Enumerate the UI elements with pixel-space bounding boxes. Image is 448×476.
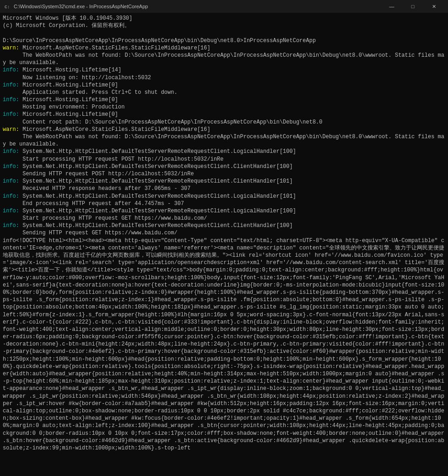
console-line: info: System.Net.Http.HttpClient.Default… bbox=[3, 207, 445, 215]
close-button[interactable]: ✕ bbox=[423, 0, 444, 13]
console-line: info: System.Net.Http.HttpClient.Default… bbox=[3, 178, 445, 185]
console-line: The WebRootPath was not found: D:\Source… bbox=[3, 52, 445, 66]
window-controls: — □ ✕ bbox=[381, 0, 444, 13]
console-line: info: Microsoft.Hosting.Lifetime[0] bbox=[3, 81, 445, 89]
console-line: warn: Microsoft.AspNetCore.StaticFiles.S… bbox=[3, 44, 445, 52]
console-line: End processing HTTP request after 44.745… bbox=[3, 200, 445, 207]
console-line: The WebRootPath was not found: D:\Source… bbox=[3, 133, 445, 148]
console-line: info: System.Net.Http.HttpClient.Default… bbox=[3, 148, 445, 155]
console-line-response: info<!DOCTYPE html><html><head><meta htt… bbox=[3, 237, 445, 452]
cmd-icon: C: bbox=[4, 3, 11, 10]
svg-text:C:: C: bbox=[5, 5, 10, 10]
minimize-button[interactable]: — bbox=[381, 0, 402, 13]
console-line: Hosting environment: Production bbox=[3, 103, 445, 111]
console-line: Microsoft Windows [版本 10.0.19045.3930] bbox=[3, 15, 445, 22]
console-line: info: Microsoft.Hosting.Lifetime[14] bbox=[3, 66, 445, 74]
maximize-button[interactable]: □ bbox=[402, 0, 423, 13]
console-line: (c) Microsoft Corporation. 保留所有权利。 bbox=[3, 22, 445, 29]
console-line: Start processing HTTP request POST http:… bbox=[3, 156, 445, 163]
console-line: Sending HTTP request POST http://localho… bbox=[3, 170, 445, 178]
window-title: C:\Windows\System32\cmd.exe - InProcessA… bbox=[14, 4, 381, 9]
cmd-window: C: C:\Windows\System32\cmd.exe - InProce… bbox=[0, 0, 448, 476]
console-line: info: Microsoft.Hosting.Lifetime[0] bbox=[3, 96, 445, 103]
console-line: Received HTTP response headers after 37.… bbox=[3, 185, 445, 192]
console-line: Sending HTTP request GET https://www.bai… bbox=[3, 229, 445, 237]
console-line: D:\Source\InProcessAspNetCoreApp\InProce… bbox=[3, 37, 445, 44]
console-line: Start processing HTTP request GET https:… bbox=[3, 215, 445, 222]
console-line: info: Microsoft.Hosting.Lifetime[0] bbox=[3, 111, 445, 118]
console-line: info: System.Net.Http.HttpClient.Default… bbox=[3, 193, 445, 200]
console-line: Now listening on: http://localhost:5032 bbox=[3, 74, 445, 81]
console-line: info: System.Net.Http.HttpClient.Default… bbox=[3, 163, 445, 170]
console-output: Microsoft Windows [版本 10.0.19045.3930] (… bbox=[0, 13, 448, 476]
console-line: Content root path: D:\Source\InProcessAs… bbox=[3, 119, 445, 126]
title-bar: C: C:\Windows\System32\cmd.exe - InProce… bbox=[0, 0, 448, 13]
console-line: warn: Microsoft.AspNetCore.StaticFiles.S… bbox=[3, 126, 445, 133]
console-line: info: System.Net.Http.HttpClient.Default… bbox=[3, 222, 445, 229]
console-line: Application started. Press Ctrl+C to shu… bbox=[3, 89, 445, 96]
console-line bbox=[3, 29, 445, 37]
